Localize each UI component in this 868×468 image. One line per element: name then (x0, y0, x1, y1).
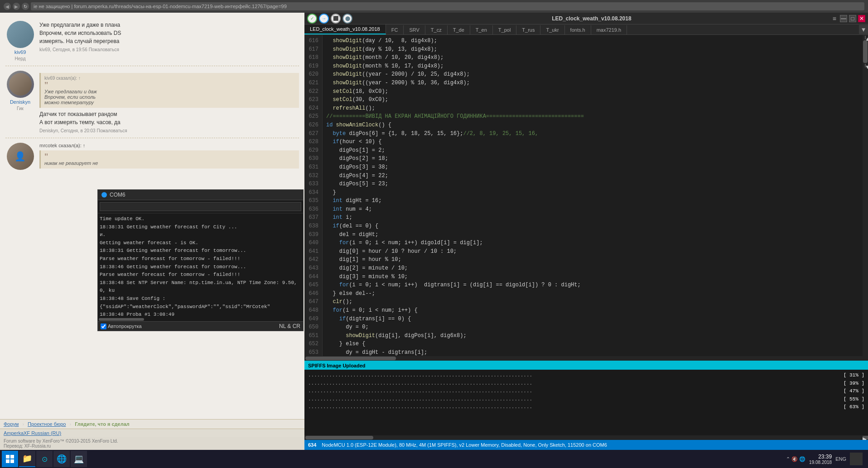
line-ending-dropdown[interactable]: NL & CR (279, 323, 300, 329)
taskbar-browser-icon[interactable]: 🌐 (53, 451, 70, 467)
taskbar-explorer-icon[interactable]: 📁 (19, 451, 35, 467)
spiffs-hscroll-right[interactable]: ▶ (863, 436, 868, 439)
forum-breadcrumb: Форум › Проектное бюро › Глядите, что я … (0, 419, 304, 429)
spiffs-header: SPIFFS Image Uploaded (304, 362, 868, 370)
serial-monitor: COM6 Time update OK. 18:38:31 Getting we… (97, 189, 304, 331)
quote-text-2: Уже предлагали и даж Впрочем, если испол… (44, 89, 295, 105)
autoscroll-checkbox[interactable]: Автопрокрутка (101, 323, 142, 329)
scroll-down-arrow[interactable]: ▼ (865, 64, 866, 68)
code-line-633: digPos[4] = 22; (326, 172, 859, 180)
autoscroll-label: Автопрокрутка (108, 323, 142, 329)
tab-trus[interactable]: T_rus (516, 25, 540, 34)
code-line-628: byte digPos[6] = {1, 8, 18, 25, 15, 16};… (326, 130, 859, 138)
progress-pct-4: [ 55% ] (833, 396, 864, 404)
serial-output[interactable]: Time update OK. 18:38:31 Getting weather… (98, 213, 303, 318)
progress-line-4: ........................................… (308, 396, 864, 404)
code-line-626: //==========ВИВІД НА ЕКРАН АНІМАЦІЙНОГО … (326, 112, 859, 121)
svg-rect-2 (6, 459, 10, 463)
quote-block-2: kiv69 сказал(а): ↑ " Уже предлагали и да… (39, 73, 299, 108)
line-num: 646 (308, 289, 318, 298)
show-desktop-button[interactable] (850, 453, 863, 465)
close-button[interactable]: ✕ (858, 15, 865, 22)
code-line-624: refreshAll(); (326, 104, 859, 113)
code-line-629: if(hour < 10) { (326, 138, 859, 146)
line-num: 648 (308, 306, 318, 315)
start-button[interactable] (2, 451, 18, 467)
taskbar: 📁 ⊙ 🌐 💻 ⌃ 🔇 🌐 23:39 19.08.2018 ENG (0, 450, 868, 468)
code-vscroll[interactable]: ▲ ▼ (863, 35, 868, 356)
maximize-button[interactable]: □ (849, 15, 856, 22)
post-text-2: Датчик тот показывает рандом А вот измер… (39, 110, 299, 126)
nav-sep-2: › (69, 421, 71, 427)
status-line: 634 (308, 442, 316, 448)
code-line-623: setCol(30, 0xC0); (326, 96, 859, 104)
code-hscroll-thumb[interactable] (305, 357, 396, 360)
line-num: 640 (308, 239, 318, 247)
taskbar-terminal-icon[interactable]: 💻 (71, 451, 87, 467)
upload-button[interactable]: → (319, 14, 329, 24)
post-text-1: Уже предлагали и даже в плана Впрочем, е… (39, 21, 299, 45)
scroll-thumb[interactable] (863, 40, 868, 63)
line-num: 650 (308, 323, 318, 332)
tab-tcz[interactable]: T_cz (425, 25, 448, 34)
line-num: 617 (308, 45, 318, 54)
avatar-image-deniskyn (7, 71, 34, 98)
serial-line: 18:38:48 Proba #1 3:08:49 (100, 311, 301, 318)
forum-credits: Forum software by XenForo™ ©2010-2015 Xe… (0, 437, 304, 450)
post-content-2: kiv69 сказал(а): ↑ " Уже предлагали и да… (39, 71, 299, 133)
line-num: 619 (308, 62, 318, 71)
tab-fc[interactable]: FC (386, 25, 404, 34)
serial-input[interactable] (100, 202, 301, 211)
debug-button[interactable]: ⬛ (331, 14, 341, 24)
url-input[interactable]: ie не защищено | forum.amperka.ru/thread… (31, 2, 864, 10)
line-num: 626 (308, 121, 318, 130)
code-editor[interactable]: showDigit(day / 10, 8, dig4x8); showDigi… (323, 35, 863, 356)
ide-tabs: LED_clock_weath_v10.08.2018 FC SRV T_cz … (304, 24, 868, 35)
code-line-637: int num = 4; (326, 205, 859, 214)
spiffs-hscroll-thumb[interactable] (305, 436, 373, 439)
tab-tde[interactable]: T_de (448, 25, 470, 34)
tab-fonts[interactable]: fonts.h (565, 25, 591, 34)
tab-dropdown-button[interactable]: ▼ (859, 25, 868, 34)
minimize-button[interactable]: — (840, 15, 847, 22)
taskbar-language: ENG (835, 456, 846, 462)
spiffs-hscroll[interactable]: ▶ (304, 435, 868, 440)
autoscroll-input[interactable] (101, 323, 106, 329)
quote-icon: " (44, 82, 295, 89)
forum-content[interactable]: kiv69 Нерд Уже предлагали и даже в плана… (0, 13, 304, 419)
code-line-616: showDigit(day / 10, 8, dig4x8); (326, 37, 859, 45)
spiffs-content[interactable]: ........................................… (304, 370, 868, 435)
tab-main[interactable]: LED_clock_weath_v10.08.2018 (304, 24, 386, 34)
clock: 23:39 19.08.2018 (809, 454, 832, 465)
tab-srv[interactable]: SRV (404, 25, 425, 34)
tab-tpol[interactable]: T_pol (493, 25, 517, 34)
verify-button[interactable]: ✓ (307, 14, 317, 24)
line-num: 649 (308, 315, 318, 323)
forum-post-3: 👤 mrcotek сказал(а): ↑ " никак не реагир… (5, 138, 299, 175)
forum-footer-link[interactable]: AmperkaXF Russian (RU) (4, 430, 61, 436)
taskbar-time: 23:39 (818, 454, 832, 460)
code-line-646: for(i = 0; i < num; i++) digtrans[i] = (… (326, 281, 859, 289)
code-hscroll[interactable] (304, 356, 868, 361)
line-num: 636 (308, 205, 318, 214)
code-line-644: dig[2] = minute / 10; (326, 264, 859, 273)
tab-ten[interactable]: T_en (470, 25, 493, 34)
tab-tukr[interactable]: T_ukr (540, 25, 564, 34)
code-line-643: dig[1] = hour % 10; (326, 256, 859, 264)
serial-monitor-button[interactable]: ⬤ (342, 14, 352, 24)
tab-max[interactable]: max7219.h (591, 25, 627, 34)
forum-nav-project[interactable]: Проектное бюро (28, 421, 66, 427)
refresh-button[interactable]: ↻ (22, 3, 29, 10)
serial-hscroll[interactable] (98, 318, 303, 321)
ide-menu-icon[interactable]: ≡ (831, 15, 838, 22)
scroll-up-arrow[interactable]: ▲ (865, 36, 866, 39)
code-line-654: dy = digHt - digtrans[i]; (326, 348, 859, 356)
line-num: 623 (308, 96, 318, 104)
back-button[interactable]: ◀ (4, 3, 11, 10)
forum-nav-forum[interactable]: Форум (4, 421, 19, 427)
forward-button[interactable]: ▶ (13, 3, 20, 10)
line-num: 624 (308, 104, 318, 113)
ide-panel: ✓ → ⬛ ⬤ LED_clock_weath_v10.08.2018 ≡ — … (304, 13, 868, 450)
taskbar-arduino-icon[interactable]: ⊙ (36, 451, 53, 467)
serial-header: COM6 (98, 190, 303, 200)
